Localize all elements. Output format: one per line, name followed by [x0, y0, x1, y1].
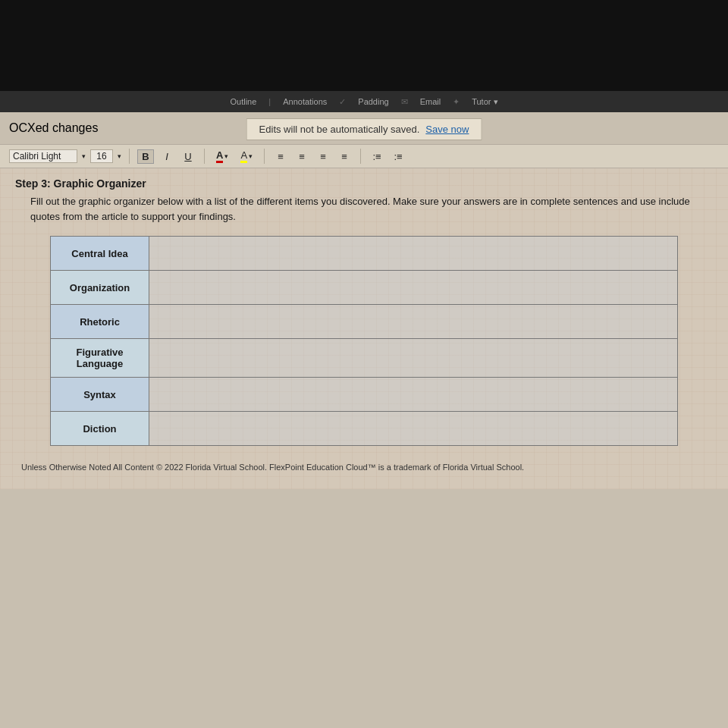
step-description: Fill out the graphic organizer below wit…: [30, 194, 713, 224]
align-center-button[interactable]: ≡: [293, 149, 310, 164]
bold-button[interactable]: B: [137, 149, 154, 164]
top-black-bar: [0, 0, 728, 91]
table-row: Central Idea: [51, 237, 678, 271]
nav-outline[interactable]: Outline: [230, 97, 256, 106]
toolbar: Calibri Light ▾ 16 ▾ B I U A ▾ A ▾ ≡ ≡ ≡…: [0, 144, 728, 168]
font-color-button[interactable]: A ▾: [212, 148, 232, 165]
font-name-group: Calibri Light ▾: [9, 149, 86, 163]
table-row: Syntax: [51, 378, 678, 412]
row-content-diction[interactable]: [149, 412, 678, 446]
nav-tutor[interactable]: Tutor ▾: [472, 97, 497, 107]
nav-padding[interactable]: Padding: [358, 97, 388, 106]
doc-content: Step 3: Graphic Organizer Fill out the g…: [15, 177, 713, 474]
highlight-button[interactable]: A ▾: [237, 148, 256, 165]
separator-1: [129, 149, 130, 164]
nav-annotations[interactable]: Annotations: [283, 97, 327, 106]
row-label-organization: Organization: [51, 271, 149, 305]
italic-button[interactable]: I: [158, 149, 175, 164]
row-label-central-idea: Central Idea: [51, 237, 149, 271]
nav-email[interactable]: Email: [420, 97, 441, 106]
row-content-organization[interactable]: [149, 271, 678, 305]
save-now-link[interactable]: Save now: [425, 124, 469, 135]
table-row: Diction: [51, 412, 678, 446]
save-banner-message: Edits will not be automatically saved.: [259, 124, 420, 135]
font-name-display[interactable]: Calibri Light: [9, 149, 77, 163]
row-content-central-idea[interactable]: [149, 237, 678, 271]
step-title: Step 3: Graphic Organizer: [15, 177, 713, 190]
align-left-button[interactable]: ≡: [272, 149, 289, 164]
doc-body: Step 3: Graphic Organizer Fill out the g…: [0, 168, 728, 489]
table-row: Organization: [51, 271, 678, 305]
row-label-rhetoric: Rhetoric: [51, 305, 149, 339]
separator-2: [204, 149, 205, 164]
graphic-organizer-table: Central Idea Organization Rhetoric Figur…: [50, 236, 678, 446]
font-size-display[interactable]: 16: [90, 149, 113, 163]
main-content: OCX ed changes Edits will not be automat…: [0, 112, 728, 728]
save-banner: Edits will not be automatically saved. S…: [246, 118, 482, 140]
ordered-list-button[interactable]: :≡: [369, 149, 385, 164]
underline-button[interactable]: U: [180, 149, 196, 164]
row-label-diction: Diction: [51, 412, 149, 446]
doc-title: OCX: [9, 121, 36, 135]
unsaved-changes: ed changes: [36, 121, 99, 135]
table-row: Rhetoric: [51, 305, 678, 339]
font-size-dropdown[interactable]: ▾: [118, 152, 121, 160]
font-size-group: 16 ▾: [90, 149, 121, 163]
align-right-button[interactable]: ≡: [315, 149, 331, 164]
navigation-bar: Outline | Annotations ✓ Padding ✉ Email …: [0, 91, 728, 112]
header-row: OCX ed changes Edits will not be automat…: [0, 112, 728, 144]
row-label-figurative-language: FigurativeLanguage: [51, 339, 149, 378]
row-label-syntax: Syntax: [51, 378, 149, 412]
font-name-dropdown[interactable]: ▾: [82, 152, 86, 160]
table-row: FigurativeLanguage: [51, 339, 678, 378]
row-content-rhetoric[interactable]: [149, 305, 678, 339]
separator-3: [264, 149, 265, 164]
footer-text: Unless Otherwise Noted All Content © 202…: [15, 461, 713, 474]
row-content-syntax[interactable]: [149, 378, 678, 412]
separator-4: [360, 149, 361, 164]
align-justify-button[interactable]: ≡: [336, 149, 353, 164]
row-content-figurative-language[interactable]: [149, 339, 678, 378]
unordered-list-button[interactable]: :≡: [390, 149, 406, 164]
